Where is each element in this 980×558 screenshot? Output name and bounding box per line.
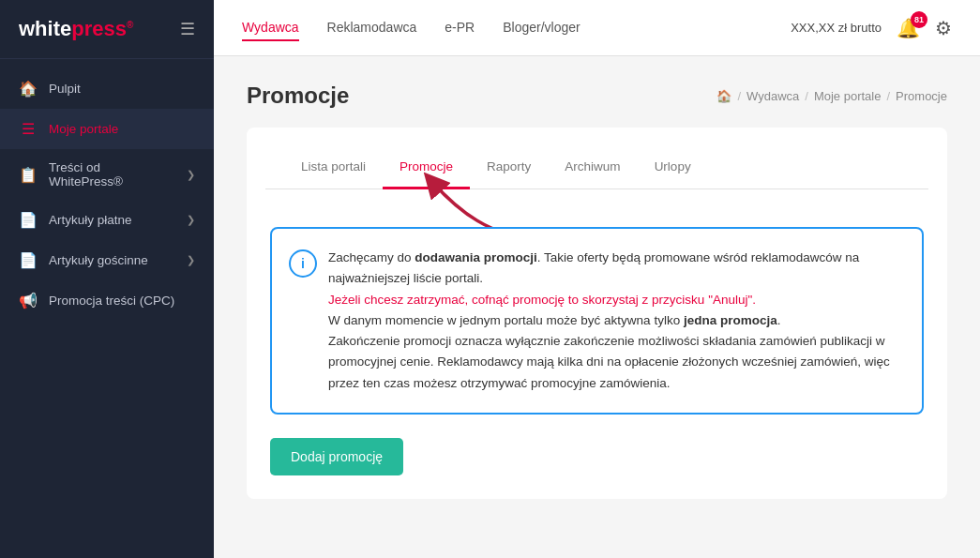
breadcrumb: 🏠 / Wydawca / Moje portale / Promocje — [716, 89, 947, 103]
topbar-wydawca[interactable]: Wydawca — [242, 15, 299, 41]
nav-label-tresci: Treści od WhitePress® — [49, 160, 175, 189]
nav-label-artykuly-goscinne: Artykuły gościnne — [49, 253, 175, 267]
topbar-right: XXX,XX zł brutto 🔔 81 ⚙ — [791, 17, 952, 39]
tab-urlopy[interactable]: Urlopy — [638, 146, 708, 189]
info-line4: Zakończenie promocji oznacza wyłącznie z… — [328, 334, 890, 390]
logo: whitepress® — [19, 17, 133, 41]
home-breadcrumb-icon[interactable]: 🏠 — [716, 89, 731, 103]
topbar-bloger[interactable]: Bloger/vloger — [503, 15, 580, 41]
sidebar-item-promocja[interactable]: 📢 Promocja treści (CPC) — [0, 280, 214, 321]
breadcrumb-moje-portale[interactable]: Moje portale — [814, 89, 882, 103]
topbar-epr[interactable]: e-PR — [445, 15, 475, 41]
sidebar: whitepress® ☰ 🏠 Pulpit ☰ Moje portale 📋 … — [0, 0, 214, 558]
breadcrumb-sep3: / — [886, 89, 890, 103]
breadcrumb-sep1: / — [737, 89, 741, 103]
arrow-icon: ❯ — [187, 169, 195, 181]
topbar: Wydawca Reklamodawca e-PR Bloger/vloger … — [214, 0, 980, 56]
main-content: Wydawca Reklamodawca e-PR Bloger/vloger … — [214, 0, 980, 558]
breadcrumb-wydawca[interactable]: Wydawca — [746, 89, 799, 103]
tab-promocje[interactable]: Promocje — [383, 146, 470, 189]
sidebar-nav: 🏠 Pulpit ☰ Moje portale 📋 Treści od Whit… — [0, 59, 214, 330]
arrow-icon-3: ❯ — [187, 254, 195, 266]
logo-press: press — [71, 17, 127, 40]
add-promocje-button[interactable]: Dodaj promocję — [270, 438, 403, 475]
tabs-bar: Lista portali Promocje Raporty Archiwum … — [265, 146, 928, 189]
sidebar-logo: whitepress® ☰ — [0, 0, 214, 59]
breadcrumb-sep2: / — [805, 89, 808, 103]
artykuly-platne-icon: 📄 — [19, 211, 38, 229]
sidebar-item-tresci[interactable]: 📋 Treści od WhitePress® ❯ — [0, 149, 214, 200]
portale-icon: ☰ — [19, 120, 38, 138]
home-icon: 🏠 — [19, 80, 38, 98]
content-card: Lista portali Promocje Raporty Archiwum … — [247, 128, 947, 499]
page-title: Promocje — [247, 83, 349, 109]
page-header: Promocje 🏠 / Wydawca / Moje portale / Pr… — [247, 83, 947, 109]
sidebar-item-artykuly-goscinne[interactable]: 📄 Artykuły gościnne ❯ — [0, 240, 214, 280]
nav-label-promocja: Promocja treści (CPC) — [49, 294, 195, 308]
artykuly-goscinne-icon: 📄 — [19, 251, 38, 269]
info-section: i Zachęcamy do dodawania promocji. Takie… — [265, 213, 928, 480]
nav-label-artykuly-platne: Artykuły płatne — [49, 213, 175, 227]
tab-archiwum[interactable]: Archiwum — [548, 146, 637, 189]
topbar-nav: Wydawca Reklamodawca e-PR Bloger/vloger — [242, 15, 580, 41]
logo-white: white — [19, 17, 71, 40]
notification-badge: 81 — [911, 11, 927, 28]
info-icon: i — [289, 249, 317, 278]
notification-button[interactable]: 🔔 81 — [897, 17, 920, 39]
balance-display: XXX,XX zł brutto — [791, 21, 882, 35]
arrow-icon-2: ❯ — [187, 214, 195, 226]
tresci-icon: 📋 — [19, 166, 38, 184]
info-line1: Zachęcamy do dodawania promocji. Takie o… — [328, 250, 859, 285]
promocja-icon: 📢 — [19, 292, 38, 309]
info-box: i Zachęcamy do dodawania promocji. Takie… — [270, 227, 924, 415]
page-content: Promocje 🏠 / Wydawca / Moje portale / Pr… — [214, 56, 980, 525]
hamburger-icon[interactable]: ☰ — [180, 19, 195, 39]
settings-button[interactable]: ⚙ — [935, 17, 952, 39]
tab-raporty[interactable]: Raporty — [470, 146, 548, 189]
tab-lista-portali[interactable]: Lista portali — [284, 146, 383, 189]
breadcrumb-current: Promocje — [896, 89, 947, 103]
nav-label-moje-portale: Moje portale — [49, 122, 195, 136]
info-text: Zachęcamy do dodawania promocji. Takie o… — [328, 248, 903, 394]
sidebar-item-artykuly-platne[interactable]: 📄 Artykuły płatne ❯ — [0, 200, 214, 240]
topbar-reklamodawca[interactable]: Reklamodawca — [327, 15, 417, 41]
sidebar-item-moje-portale[interactable]: ☰ Moje portale — [0, 109, 214, 149]
sidebar-item-pulpit[interactable]: 🏠 Pulpit — [0, 68, 214, 109]
nav-label-pulpit: Pulpit — [49, 82, 195, 96]
info-line2: Jeżeli chcesz zatrzymać, cofnąć promocję… — [328, 293, 756, 307]
logo-reg: ® — [127, 20, 133, 30]
info-line3: W danym momencie w jednym portalu może b… — [328, 313, 780, 327]
